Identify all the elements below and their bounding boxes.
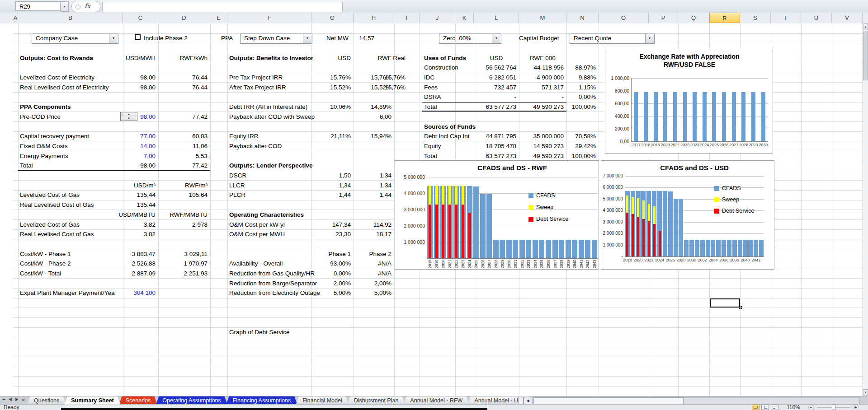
column-header-O[interactable]: O — [599, 13, 649, 23]
cell-D10[interactable]: 77,42 — [93, 113, 208, 121]
vertical-scrollbar[interactable]: ▲ ▼ — [863, 23, 868, 396]
cell-H21[interactable]: 114,92 — [277, 221, 392, 228]
cell-F32[interactable]: Graph of Debt Service — [229, 328, 290, 336]
normal-view-icon[interactable] — [752, 405, 760, 410]
tab-navigation-icons[interactable]: ⏮ ◀ ▶ ⏭ — [2, 397, 26, 402]
cell-F13[interactable]: Payback after COD — [229, 142, 282, 150]
exchange-rate-chart[interactable]: Exchange Rate with AppreciationRWF/USD F… — [605, 49, 773, 154]
cell-N8[interactable]: 0,00% — [481, 93, 596, 101]
cell-I6[interactable]: 15,76% — [291, 74, 406, 81]
cell-H17[interactable]: 1,34 — [277, 182, 392, 189]
cell-F20[interactable]: Operating Characteristics — [229, 211, 304, 219]
cfads-ds-rwf-chart[interactable]: CFADS and DS - RWF5 000 0004 000 0003 00… — [395, 160, 599, 270]
cell-I7[interactable]: 15,76% — [291, 84, 406, 91]
column-header-A[interactable]: A — [13, 13, 18, 23]
zoom-out-icon[interactable]: − — [808, 405, 814, 410]
cell-C28[interactable]: 304 100 — [41, 289, 156, 297]
zoom-slider[interactable] — [817, 407, 850, 408]
cell-C22[interactable]: 3,82 — [41, 230, 156, 238]
cell-H12[interactable]: 15,94% — [277, 132, 392, 140]
column-header-Q[interactable]: Q — [678, 13, 709, 23]
cell-D20[interactable]: RWF/MMBTU — [93, 211, 208, 219]
chevron-down-icon[interactable]: ▼ — [645, 34, 654, 43]
cell-N6[interactable]: 9,88% — [481, 74, 596, 81]
column-header-C[interactable]: C — [123, 13, 158, 23]
horizontal-scroll-thumb[interactable] — [533, 397, 684, 405]
cell-D21[interactable]: 2 978 — [93, 221, 208, 228]
cell-D4[interactable]: RWF/kWh — [93, 54, 208, 62]
column-header-U[interactable]: U — [801, 13, 832, 23]
column-header-E[interactable]: E — [210, 13, 227, 23]
cfads-ds-usd-chart[interactable]: CFADS and DS - USD7 000 0006 000 0005 00… — [601, 160, 774, 270]
cell-D18[interactable]: 105,64 — [93, 191, 208, 199]
cell-N9[interactable]: 100,00% — [481, 103, 596, 111]
cell-N12[interactable]: 70,58% — [481, 132, 596, 140]
column-header-L[interactable]: L — [474, 13, 519, 23]
zoom-in-icon[interactable]: + — [853, 405, 859, 410]
ppa-dropdown[interactable]: Step Down Case ▼ — [240, 33, 312, 44]
name-box-dropdown-icon[interactable]: ▼ — [61, 1, 69, 12]
column-header-D[interactable]: D — [158, 13, 210, 23]
column-header-N[interactable]: N — [566, 13, 599, 23]
column-header-K[interactable]: K — [455, 13, 474, 23]
column-header-B[interactable]: B — [18, 13, 123, 23]
zoom-level[interactable]: 110% — [787, 404, 800, 410]
scroll-down-icon[interactable]: ▼ — [863, 389, 868, 396]
sheet-grid[interactable]: Company Case ▼ Include Phase 2 PPA Step … — [0, 23, 863, 396]
cell-H18[interactable]: 1,44 — [277, 191, 392, 199]
cell-H22[interactable]: 18,17 — [277, 230, 392, 238]
name-box[interactable]: R29 — [15, 1, 61, 11]
fx-icon[interactable]: fx — [85, 2, 90, 9]
page-layout-view-icon[interactable] — [761, 405, 769, 410]
include-phase2-checkbox[interactable] — [135, 34, 141, 40]
scenario-dropdown[interactable]: Company Case ▼ — [32, 33, 118, 44]
cell-J11[interactable]: Sources of Funds — [424, 123, 476, 130]
column-header-T[interactable]: T — [771, 13, 801, 23]
cell-L4[interactable]: USD — [474, 54, 519, 62]
cell-H9[interactable]: 14,89% — [277, 103, 392, 111]
scroll-up-icon[interactable]: ▲ — [863, 23, 868, 30]
column-header-G[interactable]: G — [311, 13, 354, 23]
cell-H26[interactable]: #N/A — [277, 270, 392, 277]
cell-N5[interactable]: 88,97% — [481, 64, 596, 71]
cell-H24[interactable]: Phase 2 — [277, 250, 392, 258]
column-header-R[interactable]: R — [709, 13, 740, 23]
column-header-V[interactable]: V — [832, 13, 863, 23]
cell-H25[interactable]: #N/A — [277, 260, 392, 267]
cell-N7[interactable]: 1,15% — [481, 84, 596, 91]
column-header-J[interactable]: J — [420, 13, 455, 23]
insert-function-area[interactable]: fx — [71, 1, 100, 12]
cell-D7[interactable]: 76,44 — [93, 84, 208, 91]
column-header-I[interactable]: I — [394, 13, 420, 23]
cell-D14[interactable]: 5,53 — [93, 152, 208, 160]
chevron-down-icon[interactable]: ▼ — [303, 34, 311, 43]
cell-D24[interactable]: 3 029,11 — [93, 250, 208, 258]
cell-N13[interactable]: 29,42% — [481, 142, 596, 150]
capital-budget-dropdown[interactable]: Recent Quote ▼ — [570, 33, 655, 44]
cell-J4[interactable]: Uses of Funds — [424, 54, 466, 62]
column-header-F[interactable]: F — [227, 13, 311, 23]
page-break-view-icon[interactable] — [771, 405, 778, 410]
column-header-S[interactable]: S — [740, 13, 771, 23]
sheet-tab-summary-sheet[interactable]: Summary Sheet — [64, 396, 120, 405]
cell-H10[interactable]: 6,00 — [277, 113, 392, 121]
formula-input[interactable] — [102, 1, 343, 12]
vertical-scroll-thumb[interactable] — [863, 31, 868, 80]
column-header-P[interactable]: P — [649, 13, 678, 23]
cell-H28[interactable]: 5,00% — [277, 289, 392, 297]
zoom-slider-thumb[interactable] — [832, 405, 835, 410]
cell-D13[interactable]: 11,06 — [93, 142, 208, 150]
cell-B9[interactable]: PPA Components — [20, 103, 71, 111]
cell-B15[interactable]: Total — [20, 162, 33, 169]
cell-D15[interactable]: 77,42 — [93, 162, 208, 169]
column-header-H[interactable]: H — [354, 13, 394, 23]
cell-H16[interactable]: 1,34 — [277, 172, 392, 179]
column-header-M[interactable]: M — [519, 13, 566, 23]
cell-N14[interactable]: 100,00% — [481, 152, 596, 160]
chevron-down-icon[interactable]: ▼ — [109, 34, 118, 43]
chevron-down-icon[interactable]: ▼ — [492, 34, 500, 43]
cell-D12[interactable]: 60,83 — [93, 132, 208, 140]
cell-D6[interactable]: 76,44 — [93, 74, 208, 81]
cell-D26[interactable]: 2 251,93 — [93, 270, 208, 277]
selected-cell-R29[interactable] — [709, 298, 741, 308]
